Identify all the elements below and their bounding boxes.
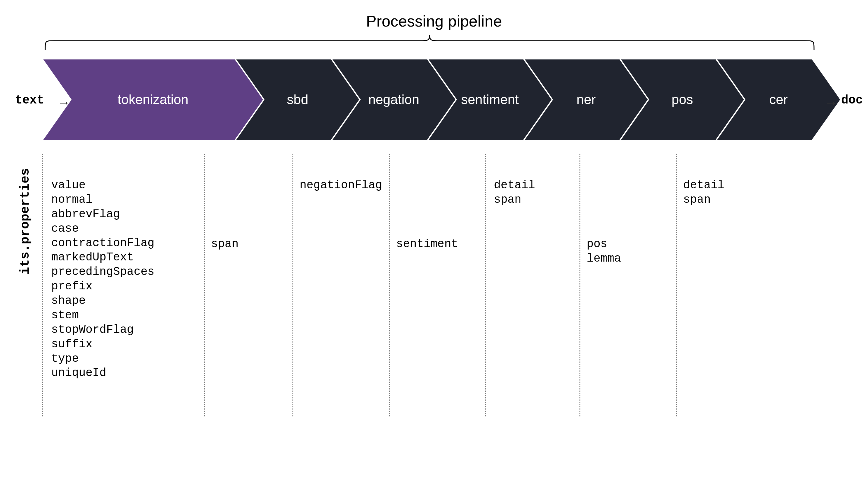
prop-item: sentiment <box>396 237 458 251</box>
prop-item: normal <box>51 193 154 207</box>
props-col-pos: poslemma <box>587 237 621 266</box>
prop-item: detail <box>683 178 724 193</box>
properties-area: its.properties valuenormalabbrevFlagcase… <box>0 154 868 420</box>
diagram-title: Processing pipeline <box>0 12 868 30</box>
stage-cer: cer <box>716 59 841 140</box>
divider-sbd <box>204 154 205 417</box>
prop-item: stopWordFlag <box>51 322 154 337</box>
prop-item: pos <box>587 237 621 251</box>
props-col-cer: detailspan <box>683 178 724 207</box>
input-label: text <box>15 93 44 107</box>
its-properties-label: its.properties <box>18 168 33 275</box>
prop-item: span <box>211 237 239 251</box>
prop-item: span <box>494 193 535 207</box>
arrow-out-icon: → <box>825 95 838 110</box>
prop-item: precedingSpaces <box>51 265 154 279</box>
prop-item: lemma <box>587 251 621 266</box>
prop-item: detail <box>494 178 535 193</box>
divider-tokenization <box>42 154 43 417</box>
prop-item: value <box>51 178 154 193</box>
prop-item: contractionFlag <box>51 236 154 251</box>
stage-tokenization: tokenization <box>42 59 264 140</box>
pipeline-row: text → tokenizationsbdnegationsentimentn… <box>0 59 868 140</box>
prop-item: uniqueId <box>51 366 154 380</box>
prop-item: suffix <box>51 337 154 351</box>
prop-item: shape <box>51 294 154 308</box>
prop-item: prefix <box>51 279 154 294</box>
divider-cer <box>676 154 677 417</box>
prop-item: negationFlag <box>300 178 382 193</box>
svg-marker-6 <box>716 59 841 140</box>
props-col-sentiment: sentiment <box>396 237 458 251</box>
prop-item: stem <box>51 308 154 322</box>
brace-bracket <box>42 33 817 51</box>
prop-item: markedUpText <box>51 250 154 265</box>
output-label: doc <box>841 93 863 107</box>
divider-negation <box>292 154 293 417</box>
props-col-negation: negationFlag <box>300 178 382 193</box>
prop-item: type <box>51 351 154 366</box>
props-col-tokenization: valuenormalabbrevFlagcasecontractionFlag… <box>51 178 154 380</box>
props-col-ner: detailspan <box>494 178 535 207</box>
props-col-sbd: span <box>211 237 239 251</box>
svg-marker-0 <box>42 59 264 140</box>
divider-pos <box>580 154 580 417</box>
divider-ner <box>485 154 486 417</box>
prop-item: case <box>51 222 154 236</box>
divider-sentiment <box>389 154 390 417</box>
prop-item: abbrevFlag <box>51 207 154 222</box>
prop-item: span <box>683 193 724 207</box>
